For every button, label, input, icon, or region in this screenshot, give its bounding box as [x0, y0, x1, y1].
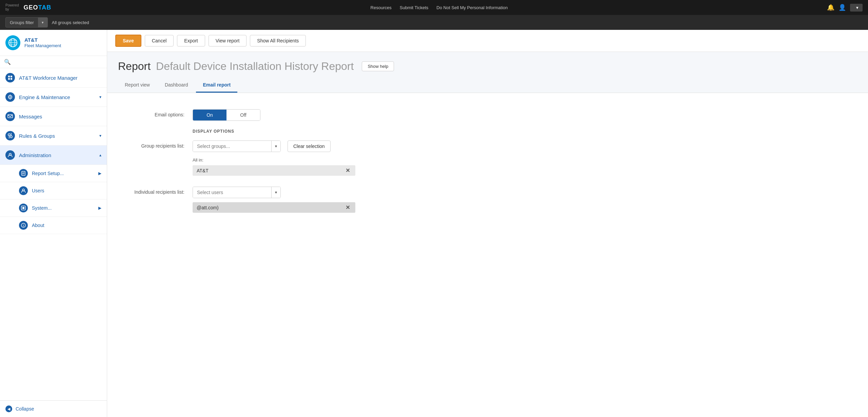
- email-options-row: Email options: On Off: [118, 109, 857, 121]
- sidebar-item-workforce-label: AT&T Workforce Manager: [19, 75, 101, 81]
- powered-by-text: Powered by: [5, 3, 19, 12]
- top-nav-bar: Powered by GEOTAB Resources Submit Ticke…: [0, 0, 868, 15]
- sidebar-item-engine-label: Engine & Maintenance: [19, 94, 99, 100]
- group-select-input[interactable]: [193, 141, 271, 152]
- report-title-word: Report: [118, 60, 151, 73]
- att-logo: [5, 35, 20, 50]
- sidebar: AT&T Fleet Management 🔍 AT&T Workforce M…: [0, 30, 107, 417]
- user-dropdown-arrow-icon: ▾: [856, 5, 859, 10]
- svg-rect-7: [8, 78, 10, 80]
- user-profile-button[interactable]: 👤: [839, 4, 846, 11]
- main-layout: AT&T Fleet Management 🔍 AT&T Workforce M…: [0, 30, 868, 417]
- geotab-logo: GEOTAB: [23, 4, 51, 11]
- email-off-button[interactable]: Off: [226, 110, 260, 120]
- groups-filter-label: Groups filter: [6, 20, 38, 25]
- email-options-label: Email options:: [118, 109, 193, 117]
- user-select-arrow-icon[interactable]: ▾: [271, 187, 280, 198]
- group-select-dropdown[interactable]: ▾: [193, 140, 281, 152]
- sidebar-item-messages-label: Messages: [19, 114, 101, 119]
- engine-maintenance-icon: [5, 92, 15, 102]
- engine-expand-icon: ▾: [99, 95, 101, 99]
- workforce-manager-icon: [5, 73, 15, 82]
- about-icon: i: [19, 221, 28, 230]
- rules-groups-icon: [5, 131, 15, 140]
- group-recipients-control: ▾ Clear selection All in: AT&T ✕: [193, 140, 857, 178]
- resources-link[interactable]: Resources: [371, 5, 392, 10]
- sidebar-item-admin-label: Administration: [19, 152, 99, 158]
- user-tag-chip: @att.com) ✕: [193, 202, 355, 213]
- logo-area: Powered by GEOTAB: [5, 3, 51, 12]
- svg-point-15: [10, 136, 12, 138]
- sidebar-subitem-system-label: System...: [32, 205, 98, 211]
- search-icon: 🔍: [4, 59, 11, 65]
- group-select-arrow-icon[interactable]: ▾: [271, 141, 280, 152]
- sidebar-subitem-about-label: About: [32, 223, 101, 228]
- tab-email-report[interactable]: Email report: [196, 78, 237, 93]
- user-select-dropdown[interactable]: ▾: [193, 187, 281, 198]
- sidebar-subitem-users[interactable]: Users: [0, 182, 107, 200]
- sidebar-collapse-button[interactable]: ◀ Collapse: [0, 400, 107, 417]
- sidebar-item-messages[interactable]: Messages: [0, 107, 107, 126]
- email-on-button[interactable]: On: [193, 110, 226, 120]
- sidebar-subitem-system[interactable]: System... ▶: [0, 200, 107, 217]
- show-all-recipients-button[interactable]: Show All Recipients: [250, 35, 306, 46]
- sidebar-item-administration[interactable]: Administration ▴: [0, 146, 107, 165]
- sidebar-brand-subtitle: Fleet Management: [24, 43, 61, 49]
- system-icon: [19, 204, 28, 212]
- users-icon: [19, 186, 28, 195]
- user-tag-text: @att.com): [197, 205, 219, 210]
- report-setup-icon: [19, 169, 28, 178]
- notification-button[interactable]: 🔔: [827, 4, 834, 11]
- sidebar-brand-name: AT&T: [24, 37, 61, 43]
- user-tag-remove-button[interactable]: ✕: [344, 204, 351, 211]
- toolbar: Save Cancel Export View report Show All …: [107, 30, 868, 52]
- top-nav-links: Resources Submit Tickets Do Not Sell My …: [371, 5, 508, 10]
- svg-rect-6: [11, 76, 12, 77]
- groups-filter-dropdown[interactable]: Groups filter ▾: [5, 17, 48, 27]
- groups-selected-text: All groups selected: [52, 20, 89, 25]
- sidebar-search-bar[interactable]: 🔍: [0, 56, 107, 68]
- tab-dashboard[interactable]: Dashboard: [158, 78, 195, 93]
- groups-filter-arrow-icon[interactable]: ▾: [38, 18, 47, 27]
- do-not-sell-link[interactable]: Do Not Sell My Personal Information: [436, 5, 508, 10]
- user-select-input[interactable]: [193, 187, 271, 198]
- export-button[interactable]: Export: [177, 35, 205, 46]
- rules-expand-icon: ▾: [99, 133, 101, 138]
- svg-text:i: i: [23, 224, 24, 227]
- sidebar-item-rules-label: Rules & Groups: [19, 133, 99, 139]
- show-help-button[interactable]: Show help: [362, 61, 394, 71]
- sidebar-item-rules-groups[interactable]: Rules & Groups ▾: [0, 126, 107, 146]
- sidebar-subitem-report-setup[interactable]: Report Setup... ▶: [0, 165, 107, 182]
- submit-tickets-link[interactable]: Submit Tickets: [400, 5, 429, 10]
- save-button[interactable]: Save: [115, 35, 141, 47]
- email-options-control: On Off: [193, 109, 857, 121]
- email-options-toggle-group: On Off: [193, 109, 260, 121]
- cancel-button[interactable]: Cancel: [145, 35, 174, 46]
- individual-recipients-label: Individual recipients list:: [118, 187, 193, 195]
- sidebar-item-workforce-manager[interactable]: AT&T Workforce Manager: [0, 68, 107, 88]
- user-tag-section: @att.com) ✕: [193, 202, 857, 213]
- svg-rect-25: [22, 207, 24, 209]
- clear-selection-button[interactable]: Clear selection: [288, 140, 331, 152]
- all-in-section: All in: AT&T ✕: [193, 157, 857, 176]
- main-content-area: Save Cancel Export View report Show All …: [107, 30, 868, 417]
- collapse-arrow-icon: ◀: [5, 405, 12, 412]
- sidebar-item-engine-maintenance[interactable]: Engine & Maintenance ▾: [0, 88, 107, 107]
- administration-collapse-icon: ▴: [99, 153, 101, 157]
- att-tag-remove-button[interactable]: ✕: [344, 167, 351, 174]
- att-tag-chip: AT&T ✕: [193, 165, 355, 176]
- display-options-header: DISPLAY OPTIONS: [118, 129, 857, 134]
- svg-point-10: [9, 96, 11, 98]
- system-arrow-icon: ▶: [98, 206, 101, 210]
- view-report-button[interactable]: View report: [209, 35, 247, 46]
- sidebar-subitem-about[interactable]: i About: [0, 217, 107, 234]
- group-recipients-label: Group recipients list:: [118, 140, 193, 149]
- svg-rect-8: [11, 78, 12, 80]
- group-recipients-row: Group recipients list: ▾ Clear selection…: [118, 140, 857, 178]
- administration-icon: [5, 150, 15, 160]
- svg-point-14: [8, 134, 10, 136]
- all-in-label: All in:: [193, 157, 857, 163]
- tab-report-view[interactable]: Report view: [118, 78, 157, 93]
- sidebar-header: AT&T Fleet Management: [0, 30, 107, 56]
- user-dropdown-button[interactable]: ▾: [850, 4, 863, 12]
